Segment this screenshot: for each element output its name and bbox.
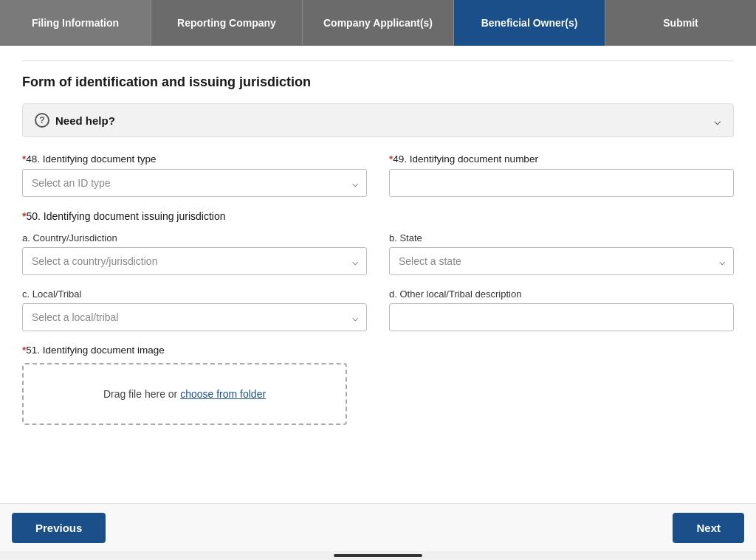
field-50b-group: b. State Select a state ⌵ [389,232,734,275]
form-row-48-49: *48. Identifying document type Select an… [22,153,734,197]
top-divider [22,61,734,61]
field-50b-select[interactable]: Select a state [389,247,734,275]
help-label: Need help? [55,114,115,127]
form-row-50a-50b: a. Country/Jurisdiction Select a country… [22,232,734,275]
field-50d-group: d. Other local/Tribal description [389,288,734,331]
field-50d-input[interactable] [389,303,734,331]
field-48-label-text: 48. Identifying document type [26,153,156,165]
field-50c-select[interactable]: Select a local/tribal [22,303,367,331]
field-51-label-text: 51. Identifying document image [26,345,165,356]
upload-text: Drag file here or [103,388,180,400]
field-49-label-text: 49. Identifying document number [393,153,538,165]
field-50c-select-wrapper: Select a local/tribal ⌵ [22,303,367,331]
field-49-input[interactable] [389,169,734,197]
top-nav: Filing Information Reporting Company Com… [0,0,756,46]
field-50c-label: c. Local/Tribal [22,288,367,300]
tab-reporting-company[interactable]: Reporting Company [151,0,303,46]
field-48-select-wrapper: Select an ID type ⌵ [22,169,367,197]
scroll-bar [334,554,422,557]
scroll-indicator [0,551,756,560]
field-50a-select[interactable]: Select a country/jurisdiction [22,247,367,275]
tab-submit[interactable]: Submit [605,0,756,46]
field-48-select[interactable]: Select an ID type [22,169,367,197]
previous-button[interactable]: Previous [12,513,106,543]
upload-area[interactable]: Drag file here or choose from folder [22,363,347,425]
tab-beneficial-owners[interactable]: Beneficial Owner(s) [454,0,605,46]
main-content: Form of identification and issuing juris… [0,46,756,503]
help-box[interactable]: ? Need help? ⌵ [22,103,734,137]
field-50-label-text: 50. Identifying document issuing jurisdi… [26,210,225,222]
bottom-nav: Previous Next [0,503,756,551]
tab-company-applicants[interactable]: Company Applicant(s) [303,0,454,46]
field-51-label: *51. Identifying document image [22,345,734,356]
field-50b-label: b. State [389,232,734,243]
field-48-label: *48. Identifying document type [22,153,367,165]
field-50-label: *50. Identifying document issuing jurisd… [22,210,734,222]
field-50d-label: d. Other local/Tribal description [389,288,734,300]
field-49-group: *49. Identifying document number [389,153,734,197]
field-51-section: *51. Identifying document image Drag fil… [22,345,734,425]
form-row-50c-50d: c. Local/Tribal Select a local/tribal ⌵ … [22,288,734,331]
field-50a-label: a. Country/Jurisdiction [22,232,367,243]
help-box-left: ? Need help? [35,113,115,128]
next-button[interactable]: Next [673,513,744,543]
help-icon: ? [35,113,49,128]
section-title: Form of identification and issuing juris… [22,75,734,90]
tab-filing-information[interactable]: Filing Information [0,0,151,46]
chevron-down-icon: ⌵ [714,114,721,128]
field-48-group: *48. Identifying document type Select an… [22,153,367,197]
field-50a-group: a. Country/Jurisdiction Select a country… [22,232,367,275]
field-50-section: *50. Identifying document issuing jurisd… [22,210,734,222]
field-50a-select-wrapper: Select a country/jurisdiction ⌵ [22,247,367,275]
field-50b-select-wrapper: Select a state ⌵ [389,247,734,275]
upload-link[interactable]: choose from folder [180,388,266,400]
field-50c-group: c. Local/Tribal Select a local/tribal ⌵ [22,288,367,331]
field-49-label: *49. Identifying document number [389,153,734,165]
